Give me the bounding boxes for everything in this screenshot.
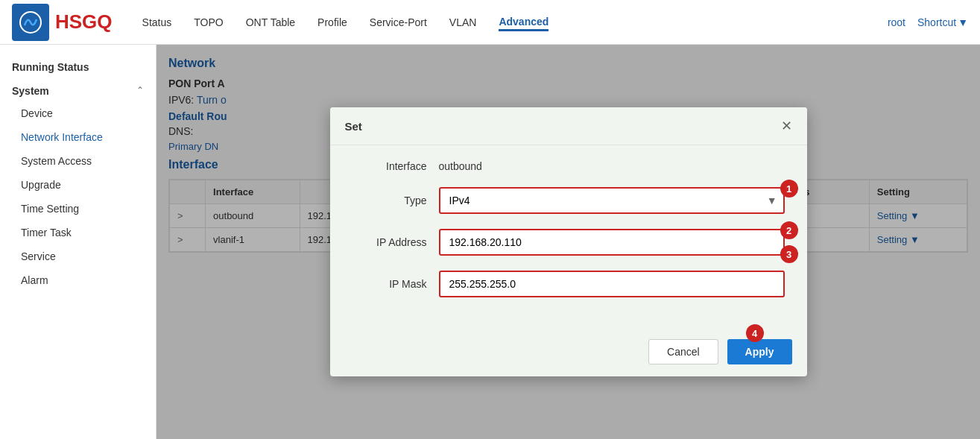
modal-close-button[interactable]: ✕ — [781, 118, 792, 134]
main-content: Network PON Port A IPV6: Turn o Default … — [157, 45, 980, 439]
step-badge-3: 3 — [780, 245, 798, 263]
modal-ip-label: IP Address — [353, 236, 427, 248]
modal-interface-value: outbound — [439, 160, 482, 172]
modal-footer: 4 Cancel Apply — [330, 327, 807, 376]
sidebar-group-system: System ⌃ — [0, 78, 156, 101]
modal-interface-field: Interface outbound — [353, 160, 785, 172]
sidebar-item-service[interactable]: Service — [0, 244, 156, 268]
apply-button[interactable]: Apply — [727, 339, 792, 364]
logo-icon — [12, 4, 49, 41]
sidebar-item-upgrade[interactable]: Upgrade — [0, 173, 156, 197]
sidebar-item-device[interactable]: Device — [0, 101, 156, 125]
modal-ip-field: IP Address 2 3 — [353, 229, 785, 256]
modal-interface-label: Interface — [353, 160, 427, 172]
modal-mask-field: IP Mask — [353, 271, 785, 297]
modal-title: Set — [345, 120, 362, 133]
sidebar-item-alarm[interactable]: Alarm — [0, 268, 156, 292]
nav-items: Status TOPO ONT Table Profile Service-Po… — [142, 13, 888, 31]
modal-type-field: Type IPv4 IPv6 PPPoE ▼ 1 — [353, 187, 785, 214]
nav-vlan[interactable]: VLAN — [449, 13, 477, 31]
modal-type-select-wrap: IPv4 IPv6 PPPoE ▼ — [439, 187, 785, 214]
modal-mask-label: IP Mask — [353, 278, 427, 290]
modal-overlay: Set ✕ ForelCP Interface outbound Type — [157, 45, 980, 439]
cancel-button[interactable]: Cancel — [648, 339, 718, 364]
modal-ip-input[interactable] — [439, 229, 785, 256]
chevron-down-icon: ▼ — [958, 16, 968, 28]
modal-set: Set ✕ ForelCP Interface outbound Type — [330, 107, 807, 376]
nav-topo[interactable]: TOPO — [194, 13, 223, 31]
modal-body: ForelCP Interface outbound Type IPv4 IPv… — [330, 145, 807, 327]
topnav: HSGQ Status TOPO ONT Table Profile Servi… — [0, 0, 980, 45]
sidebar: Running Status System ⌃ Device Network I… — [0, 45, 157, 439]
nav-ont-table[interactable]: ONT Table — [246, 13, 295, 31]
sidebar-item-network-interface[interactable]: Network Interface — [0, 125, 156, 149]
nav-profile[interactable]: Profile — [317, 13, 347, 31]
nav-user: root — [888, 16, 905, 28]
nav-service-port[interactable]: Service-Port — [370, 13, 427, 31]
sidebar-collapse-system[interactable]: ⌃ — [136, 85, 144, 95]
nav-advanced[interactable]: Advanced — [499, 13, 549, 31]
step-badge-4: 4 — [746, 324, 764, 342]
step-badge-1: 1 — [780, 180, 798, 198]
nav-status[interactable]: Status — [142, 13, 172, 31]
modal-type-label: Type — [353, 195, 427, 206]
modal-mask-input[interactable] — [439, 271, 785, 297]
sidebar-item-time-setting[interactable]: Time Setting — [0, 197, 156, 221]
step-badge-2: 2 — [780, 221, 798, 239]
layout: Running Status System ⌃ Device Network I… — [0, 45, 980, 439]
sidebar-item-system-access[interactable]: System Access — [0, 149, 156, 173]
sidebar-item-timer-task[interactable]: Timer Task — [0, 221, 156, 244]
logo-text: HSGQ — [55, 10, 113, 34]
nav-shortcut[interactable]: Shortcut ▼ — [917, 16, 968, 28]
modal-header: Set ✕ — [330, 107, 807, 145]
logo-area: HSGQ — [12, 4, 113, 41]
modal-type-select[interactable]: IPv4 IPv6 PPPoE — [439, 187, 785, 214]
sidebar-group-running-status[interactable]: Running Status — [0, 54, 156, 78]
nav-right: root Shortcut ▼ — [888, 16, 968, 28]
